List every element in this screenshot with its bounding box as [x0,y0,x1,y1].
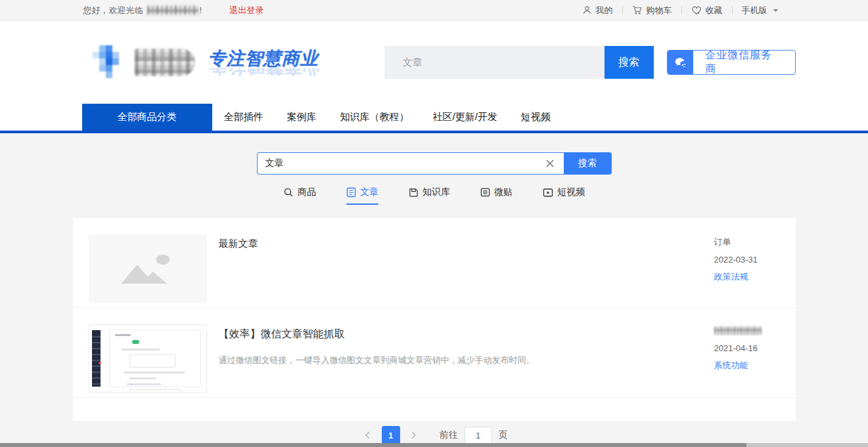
result-row-wechat-article-grab[interactable]: 【效率】微信文章智能抓取 通过微信图文链接，一键导入微信图文文章到商城文章营销中… [73,308,796,398]
result-category-link[interactable]: 政策法规 [714,271,780,283]
results-list: 最新文章 订单 2022-03-31 政策法规 [73,218,796,421]
notes-icon [480,187,490,198]
chevron-down-icon [773,9,779,12]
result-tabs: 商品 文章 知识库 微贴 短视频 [0,186,868,205]
topbar-links: 我的 购物车 收藏 手机版 [573,5,796,16]
result-author-blurred [714,326,762,335]
result-row-latest-articles[interactable]: 最新文章 订单 2022-03-31 政策法规 [73,218,796,308]
main-nav: 全部商品分类 全部插件 案例库 知识库（教程） 社区/更新/开发 短视频 [0,104,868,133]
result-title[interactable]: 【效率】微信文章智能抓取 [219,328,701,341]
result-meta: 2021-04-16 系统功能 [714,324,780,393]
wecom-chat-icon [668,50,694,75]
tab-shortvideo[interactable]: 短视频 [543,186,585,205]
wecom-service-label: 企业微信服务商 [693,50,794,75]
result-meta: 订单 2022-03-31 政策法规 [714,234,780,303]
nav-item-plugins[interactable]: 全部插件 [212,104,275,131]
search-icon [283,187,294,198]
my-account-link[interactable]: 我的 [573,5,622,16]
result-search-input[interactable] [265,158,544,169]
logout-link[interactable]: 退出登录 [229,5,263,16]
favorites-link[interactable]: 收藏 [682,5,732,16]
greeting-suffix: ! [200,5,202,15]
result-search-box: 搜索 [257,152,612,175]
image-placeholder-icon [89,234,207,303]
article-icon [346,187,356,198]
result-search-field [257,152,564,175]
slogan: 专注智慧商业 专注智慧商业 [208,47,320,79]
video-icon [543,188,553,198]
tab-products-label: 商品 [298,186,316,198]
thumb-admin-toggle [132,340,139,344]
pagination: 1 前往 页 [0,426,868,444]
content-area: 搜索 商品 文章 知识库 微贴 [0,133,868,447]
cart-icon [632,5,643,15]
next-page-button[interactable] [407,426,421,444]
greeting-prefix: 您好，欢迎光临 [83,5,143,16]
mobile-version-label: 手机版 [742,5,767,16]
tab-products[interactable]: 商品 [283,186,316,205]
card-bottom-spacer [73,398,796,421]
page-number-current[interactable]: 1 [382,426,400,444]
username-blurred [147,5,198,15]
heart-icon [691,5,702,15]
thumb-admin-panel [109,330,201,387]
nav-item-all-categories[interactable]: 全部商品分类 [82,104,212,131]
result-description: 通过微信图文链接，一键导入微信图文文章到商城文章营销中，减少手动发布时间。 [219,354,701,367]
result-source: 订单 [714,236,780,248]
tab-knowledge[interactable]: 知识库 [409,186,450,205]
result-search-button[interactable]: 搜索 [564,152,612,175]
result-title[interactable]: 最新文章 [219,238,701,250]
wecom-service-button[interactable]: 企业微信服务商 [667,50,796,75]
logo-text-blurred [135,49,195,76]
mobile-version-link[interactable]: 手机版 [733,5,788,16]
prev-page-button[interactable] [361,426,375,444]
topbar: 您好，欢迎光临 ! 退出登录 我的 购物车 [0,0,868,21]
thumb-admin-badge [99,362,101,364]
header-search-button[interactable]: 搜索 [605,46,654,79]
user-icon [582,5,592,15]
result-date: 2022-03-31 [714,255,780,265]
header-search: 搜索 [384,46,654,79]
nav-item-cases[interactable]: 案例库 [275,104,329,131]
thumb-admin-sidebar [89,325,103,392]
goto-page-input[interactable] [465,427,492,444]
nav-item-knowledge[interactable]: 知识库（教程） [329,104,421,131]
nav-item-community[interactable]: 社区/更新/开发 [421,104,509,131]
logo-mark-blurred [93,45,126,80]
result-thumbnail-screenshot [89,324,207,393]
tab-knowledge-label: 知识库 [423,186,450,198]
greeting: 您好，欢迎光临 ! [73,5,202,16]
cart-link[interactable]: 购物车 [623,5,681,16]
result-category-link[interactable]: 系统功能 [714,360,780,372]
horizontal-scrollbar-thumb[interactable] [0,443,746,447]
favorites-label: 收藏 [706,5,723,16]
site-logo[interactable]: 专注智慧商业 专注智慧商业 [93,45,320,80]
site-header: 专注智慧商业 专注智慧商业 搜索 企业微信服务商 [0,21,868,104]
tab-shortvideo-label: 短视频 [557,186,585,198]
cart-label: 购物车 [647,5,672,16]
clear-icon[interactable] [544,158,556,169]
tab-posts[interactable]: 微贴 [480,186,513,205]
horizontal-scrollbar[interactable] [0,443,868,447]
nav-item-shortvideo[interactable]: 短视频 [509,104,562,131]
result-date: 2021-04-16 [714,343,780,353]
tab-articles-label: 文章 [360,186,378,198]
tab-posts-label: 微贴 [494,186,513,198]
save-icon [409,187,419,198]
page-unit-label: 页 [499,429,508,441]
my-account-label: 我的 [596,5,613,16]
header-search-input[interactable] [384,46,605,79]
tab-articles[interactable]: 文章 [346,186,378,205]
goto-page-label: 前往 [440,429,458,441]
